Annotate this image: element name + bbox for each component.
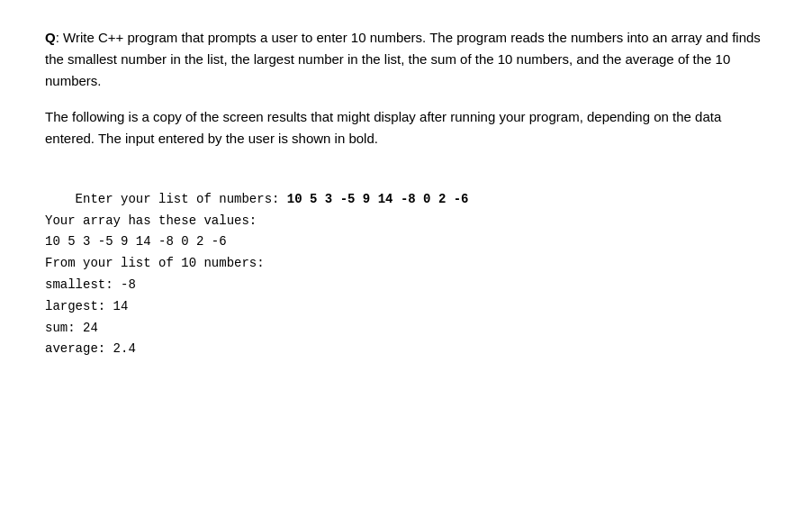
code-line8: average: 2.4 — [45, 341, 136, 356]
question-label: Q — [45, 30, 56, 45]
code-line6: largest: 14 — [45, 299, 128, 313]
code-line5: smallest: -8 — [45, 277, 136, 292]
code-line4: From your list of 10 numbers: — [45, 256, 265, 270]
code-line2: Your array has these values: — [45, 213, 257, 228]
question-block: Q: Write C++ program that prompts a user… — [45, 27, 767, 382]
code-line1-input: 10 5 3 -5 9 14 -8 0 2 -6 — [287, 192, 469, 206]
question-body: : Write C++ program that prompts a user … — [45, 30, 761, 88]
code-line3: 10 5 3 -5 9 14 -8 0 2 -6 — [45, 234, 227, 249]
question-text: Q: Write C++ program that prompts a user… — [45, 27, 767, 92]
code-line1-prompt: Enter your list of numbers: — [76, 192, 287, 206]
intro-text: The following is a copy of the screen re… — [45, 106, 767, 150]
code-block: Enter your list of numbers: 10 5 3 -5 9 … — [45, 168, 767, 382]
code-line7: sum: 24 — [45, 321, 98, 335]
